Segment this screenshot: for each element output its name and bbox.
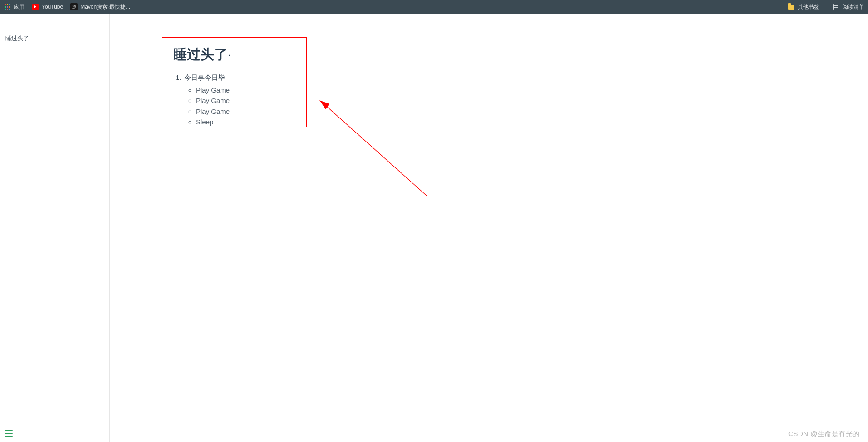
hamburger-icon[interactable]	[5, 430, 13, 437]
apps-label: 应用	[14, 3, 25, 11]
page-body: 睡过头了· 睡过头了· 今日事今日毕 Play Game Play Game P…	[0, 14, 868, 442]
apps-button[interactable]: 应用	[4, 3, 25, 11]
other-bookmarks-button[interactable]: 其他书签	[788, 3, 819, 11]
other-bookmarks-label: 其他书签	[798, 3, 819, 11]
bookmark-label: Maven搜索-最快捷...	[80, 3, 130, 11]
bookmarks-left: 应用 YouTube 源 Maven搜索-最快捷...	[4, 3, 130, 11]
bookmarks-right: 其他书签 阅读清单	[781, 3, 864, 11]
page-title: 睡过头了·	[173, 45, 231, 64]
bookmark-maven[interactable]: 源 Maven搜索-最快捷...	[70, 3, 130, 11]
watermark: CSDN @生命是有光的	[788, 430, 860, 438]
apps-icon	[4, 3, 11, 10]
list-item-label: 今日事今日毕	[184, 74, 225, 81]
title-text: 睡过头了	[173, 47, 228, 62]
list-item: 今日事今日毕 Play Game Play Game Play Game Sle…	[183, 72, 231, 127]
separator	[781, 3, 781, 10]
maven-icon: 源	[70, 3, 78, 10]
document: 睡过头了· 今日事今日毕 Play Game Play Game Play Ga…	[173, 45, 231, 127]
list-item: Play Game	[196, 95, 231, 106]
youtube-icon	[32, 3, 39, 10]
list-item: Sleep	[196, 117, 231, 127]
svg-line-0	[325, 105, 427, 196]
bookmark-youtube[interactable]: YouTube	[32, 3, 63, 10]
annotation-arrow	[306, 93, 451, 216]
title-suffix: ·	[228, 47, 231, 62]
folder-icon	[788, 3, 795, 10]
outline-sidebar: 睡过头了·	[0, 14, 110, 442]
reading-list-label: 阅读清单	[843, 3, 864, 11]
svg-marker-1	[319, 100, 329, 109]
content-area: 睡过头了· 今日事今日毕 Play Game Play Game Play Ga…	[110, 14, 868, 442]
sub-list: Play Game Play Game Play Game Sleep	[184, 85, 231, 127]
bookmark-label: YouTube	[42, 4, 63, 10]
ordered-list: 今日事今日毕 Play Game Play Game Play Game Sle…	[173, 72, 231, 127]
bookmarks-bar: 应用 YouTube 源 Maven搜索-最快捷... 其他书签 阅读清单	[0, 0, 868, 14]
list-item: Play Game	[196, 85, 231, 95]
list-item: Play Game	[196, 106, 231, 117]
outline-item[interactable]: 睡过头了·	[0, 34, 109, 43]
separator	[826, 3, 826, 10]
reading-list-icon	[833, 3, 840, 10]
reading-list-button[interactable]: 阅读清单	[833, 3, 864, 11]
